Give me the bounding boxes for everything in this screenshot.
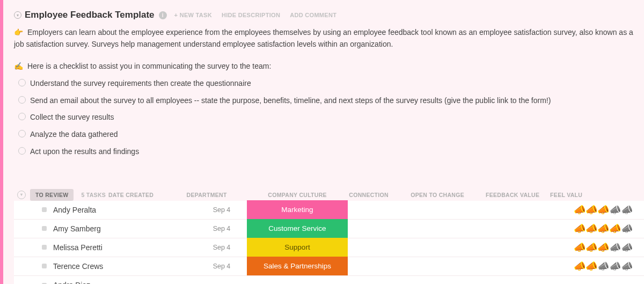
checkbox-icon[interactable] bbox=[18, 113, 26, 120]
checkbox-icon[interactable] bbox=[18, 130, 26, 137]
checklist-item[interactable]: Analyze the data gathered bbox=[18, 129, 642, 141]
empty-cell[interactable] bbox=[491, 257, 566, 275]
checklist-item[interactable]: Send an email about the survey to all em… bbox=[18, 95, 642, 107]
rating-stars: 📣📣📣📣📣 bbox=[574, 261, 633, 271]
star-filled-icon: 📣 bbox=[574, 224, 586, 234]
empty-cell[interactable] bbox=[428, 257, 491, 275]
star-empty-icon: 📣 bbox=[621, 224, 633, 234]
description-text: Employers can learn about the employee e… bbox=[14, 28, 633, 48]
empty-cell[interactable] bbox=[348, 200, 428, 219]
col-department[interactable]: DEPARTMENT bbox=[156, 190, 257, 200]
star-filled-icon: 📣 bbox=[574, 261, 586, 271]
date-created-cell: Sep 4 bbox=[196, 257, 247, 275]
task-count-label: 5 TASKS bbox=[81, 192, 106, 198]
description-block: 👉 Employers can learn about the employee… bbox=[14, 27, 644, 158]
table-row[interactable]: Terence CrewsSep 4Sales & Partnerships📣📣… bbox=[14, 257, 644, 276]
task-name: Andre Diaz bbox=[53, 281, 90, 284]
empty-cell[interactable] bbox=[491, 238, 566, 257]
collapse-icon[interactable]: ▾ bbox=[14, 11, 21, 19]
checklist-item-label: Act upon the results and findings bbox=[30, 146, 139, 158]
task-name-cell[interactable]: Amy Samberg bbox=[14, 224, 196, 233]
department-cell[interactable]: Customer Service bbox=[247, 219, 348, 238]
pointing-emoji: 👉 bbox=[14, 28, 23, 37]
empty-cell[interactable] bbox=[428, 238, 491, 257]
checklist-item[interactable]: Understand the survey requirements then … bbox=[18, 78, 642, 90]
task-name: Melissa Peretti bbox=[53, 243, 103, 252]
star-filled-icon: 📣 bbox=[597, 224, 609, 234]
star-filled-icon: 📣 bbox=[597, 243, 609, 252]
col-company-culture[interactable]: COMPANY CULTURE bbox=[257, 190, 338, 200]
feel-valued-cell[interactable] bbox=[641, 257, 644, 275]
status-square-icon[interactable] bbox=[42, 226, 47, 231]
empty-cell[interactable] bbox=[428, 200, 491, 219]
empty-cell[interactable] bbox=[491, 219, 566, 238]
empty-cell[interactable] bbox=[348, 219, 428, 238]
star-empty-icon: 📣 bbox=[597, 261, 609, 271]
feel-valued-cell[interactable] bbox=[641, 238, 644, 257]
department-cell[interactable]: Support bbox=[247, 238, 348, 257]
empty-cell[interactable] bbox=[491, 200, 566, 219]
star-filled-icon: 📣 bbox=[609, 224, 621, 234]
date-created-cell: Sep 4 bbox=[196, 200, 247, 219]
rating-stars: 📣📣📣📣📣 bbox=[574, 243, 633, 252]
task-name-cell[interactable]: Terence Crews bbox=[14, 262, 196, 271]
task-name-cell[interactable]: Andy Peralta bbox=[14, 206, 196, 214]
col-connection[interactable]: CONNECTION bbox=[338, 190, 400, 200]
header-row: ▾ Employee Feedback Template i + NEW TAS… bbox=[14, 10, 644, 20]
task-name: Andy Peralta bbox=[53, 206, 96, 214]
page-title: Employee Feedback Template bbox=[25, 10, 155, 20]
hide-description-button[interactable]: HIDE DESCRIPTION bbox=[222, 12, 280, 18]
new-task-button[interactable]: + NEW TASK bbox=[174, 12, 212, 18]
table-row[interactable]: Amy SambergSep 4Customer Service📣📣📣📣📣 bbox=[14, 220, 644, 238]
rating-stars: 📣📣📣📣📣 bbox=[574, 205, 633, 215]
status-square-icon[interactable] bbox=[42, 207, 47, 212]
table-row[interactable]: Melissa PerettiSep 4Support📣📣📣📣📣 bbox=[14, 238, 644, 257]
col-open-to-change[interactable]: OPEN TO CHANGE bbox=[400, 190, 475, 200]
page-content: ▾ Employee Feedback Template i + NEW TAS… bbox=[9, 0, 644, 284]
feel-valued-cell[interactable] bbox=[641, 200, 644, 219]
checkbox-icon[interactable] bbox=[18, 147, 26, 155]
table-row[interactable]: Andre Diaz bbox=[14, 276, 644, 285]
date-created-cell: Sep 4 bbox=[196, 219, 247, 238]
department-cell[interactable]: Sales & Partnerships bbox=[247, 257, 348, 275]
empty-cell[interactable] bbox=[348, 257, 428, 275]
star-filled-icon: 📣 bbox=[586, 224, 597, 234]
info-icon[interactable]: i bbox=[159, 11, 167, 19]
department-badge: Customer Service bbox=[247, 219, 348, 238]
checklist-item-label: Analyze the data gathered bbox=[30, 129, 118, 141]
star-empty-icon: 📣 bbox=[609, 205, 621, 215]
feedback-value-cell[interactable]: 📣📣📣📣📣 bbox=[566, 200, 641, 219]
empty-cell[interactable] bbox=[428, 219, 491, 238]
table-header: ▾ TO REVIEW 5 TASKS DATE CREATED DEPARTM… bbox=[14, 189, 644, 201]
star-empty-icon: 📣 bbox=[621, 205, 633, 215]
star-filled-icon: 📣 bbox=[574, 205, 586, 215]
feedback-value-cell[interactable]: 📣📣📣📣📣 bbox=[566, 238, 641, 257]
task-name-cell[interactable]: Andre Diaz bbox=[14, 281, 196, 284]
task-name: Amy Samberg bbox=[53, 224, 101, 233]
col-feel-valued[interactable]: FEEL VALUED bbox=[550, 190, 582, 200]
checkbox-icon[interactable] bbox=[18, 96, 26, 104]
status-square-icon[interactable] bbox=[42, 245, 47, 250]
table-body: Andy PeraltaSep 4Marketing📣📣📣📣📣Amy Sambe… bbox=[14, 201, 644, 285]
department-cell[interactable]: Marketing bbox=[247, 200, 348, 219]
task-name-cell[interactable]: Melissa Peretti bbox=[14, 243, 196, 252]
table-row[interactable]: Andy PeraltaSep 4Marketing📣📣📣📣📣 bbox=[14, 201, 644, 220]
checklist-item-label: Collect the survey results bbox=[30, 112, 114, 123]
checklist-item[interactable]: Collect the survey results bbox=[18, 112, 642, 123]
add-comment-button[interactable]: ADD COMMENT bbox=[290, 12, 336, 18]
group-collapse-icon[interactable]: ▾ bbox=[17, 191, 26, 199]
feedback-value-cell[interactable]: 📣📣📣📣📣 bbox=[566, 219, 641, 238]
feedback-value-cell[interactable]: 📣📣📣📣📣 bbox=[566, 257, 641, 275]
status-square-icon[interactable] bbox=[42, 264, 47, 268]
col-date-created[interactable]: DATE CREATED bbox=[106, 190, 156, 200]
checkbox-icon[interactable] bbox=[18, 79, 26, 86]
star-filled-icon: 📣 bbox=[574, 243, 586, 252]
checklist: ✍️ Here is a checklist to assist you in … bbox=[14, 61, 642, 157]
group-status-chip[interactable]: TO REVIEW bbox=[30, 189, 74, 201]
department-badge: Sales & Partnerships bbox=[247, 257, 348, 275]
rating-stars: 📣📣📣📣📣 bbox=[574, 224, 633, 234]
col-feedback-value[interactable]: FEEDBACK VALUE bbox=[475, 190, 550, 200]
feel-valued-cell[interactable] bbox=[641, 219, 644, 238]
checklist-item[interactable]: Act upon the results and findings bbox=[18, 146, 642, 158]
empty-cell[interactable] bbox=[348, 238, 428, 257]
